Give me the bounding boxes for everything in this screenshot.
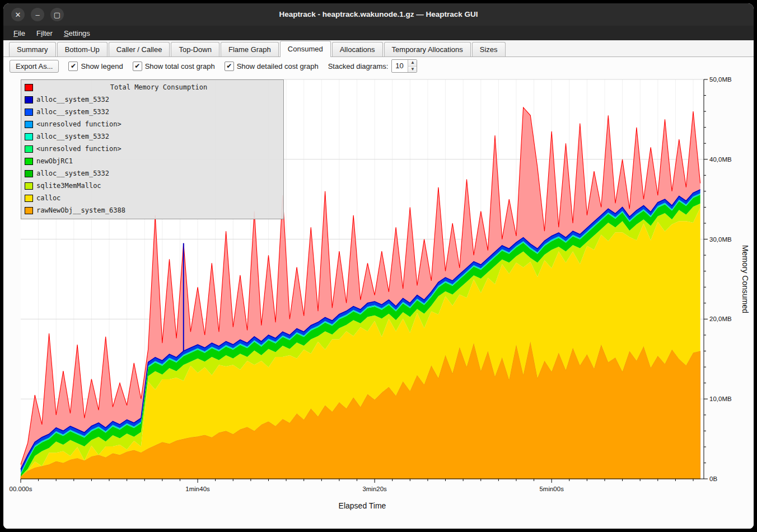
legend-label: calloc	[36, 194, 60, 202]
toolbar: Export As... ✔Show legend✔Show total cos…	[3, 57, 754, 75]
checkmark-icon: ✔	[225, 62, 234, 71]
legend-item: <unresolved function>	[24, 143, 281, 155]
chart-legend: Total Memory Consumptionalloc__system_53…	[21, 79, 284, 219]
tab-bar: SummaryBottom-UpCaller / CalleeTop-DownF…	[3, 40, 754, 57]
checkmark-icon: ✔	[133, 62, 142, 71]
y-tick-label: 0B	[709, 475, 717, 482]
checkbox-label: Show total cost graph	[145, 62, 215, 70]
chart-area: Total Memory Consumptionalloc__system_53…	[3, 75, 754, 529]
tab-top-down[interactable]: Top-Down	[171, 42, 219, 57]
x-tick-label: 1min40s	[185, 486, 209, 492]
checkbox-label: Show detailed cost graph	[237, 62, 319, 70]
legend-swatch-icon	[25, 195, 33, 202]
checkbox-show-total-cost-graph[interactable]: ✔Show total cost graph	[133, 62, 215, 71]
tab-temporary-allocations[interactable]: Temporary Allocations	[384, 42, 471, 57]
legend-swatch-icon	[25, 96, 33, 103]
content: SummaryBottom-UpCaller / CalleeTop-DownF…	[3, 40, 754, 529]
legend-item: rawNewObj__system_6388	[24, 204, 281, 216]
menu-file[interactable]: File	[8, 27, 31, 39]
legend-label: <unresolved function>	[36, 120, 122, 128]
legend-label: newObjRC1	[36, 157, 73, 165]
tab-allocations[interactable]: Allocations	[332, 42, 383, 57]
y-axis-title: Memory Consumed	[741, 245, 750, 313]
legend-item: sqlite3MemMalloc	[24, 180, 281, 192]
menubar: FileFilterSettings	[3, 26, 754, 40]
legend-swatch-icon	[25, 158, 33, 165]
x-axis-title: Elapsed Time	[339, 501, 386, 510]
tab-bottom-up[interactable]: Bottom-Up	[57, 42, 108, 57]
legend-swatch-icon	[25, 207, 33, 214]
spin-down-arrow[interactable]: ▼	[408, 67, 417, 73]
legend-swatch-icon	[25, 182, 33, 190]
checkmark-icon: ✔	[68, 62, 78, 71]
stacked-diagrams-label: Stacked diagrams:	[328, 62, 389, 70]
tab-summary[interactable]: Summary	[9, 42, 56, 57]
legend-swatch-icon	[25, 84, 33, 91]
x-tick-label: 00.000s	[10, 486, 32, 492]
menu-filter[interactable]: Filter	[31, 27, 58, 39]
spin-value: 10	[392, 60, 408, 72]
y-tick-label: 10,0MB	[709, 396, 732, 402]
legend-item: <unresolved function>	[24, 118, 281, 130]
legend-label: alloc__system_5332	[36, 96, 109, 103]
legend-swatch-icon	[25, 145, 33, 153]
legend-label: sqlite3MemMalloc	[36, 182, 101, 190]
legend-swatch-icon	[25, 121, 33, 128]
tab-sizes[interactable]: Sizes	[472, 42, 506, 57]
window-title: Heaptrack - heaptrack.wakunode.1.gz — He…	[3, 3, 754, 26]
legend-title-row: Total Memory Consumption	[24, 81, 281, 93]
checkbox-show-legend[interactable]: ✔Show legend	[68, 62, 123, 71]
legend-label: rawNewObj__system_6388	[36, 206, 125, 214]
app-window: ✕ – ▢ Heaptrack - heaptrack.wakunode.1.g…	[0, 0, 757, 532]
x-tick-label: 5min00s	[539, 486, 563, 492]
y-tick-label: 30,0MB	[709, 236, 732, 243]
legend-item: newObjRC1	[24, 155, 281, 167]
legend-item: alloc__system_5332	[24, 93, 281, 106]
legend-label: <unresolved function>	[36, 145, 122, 153]
titlebar[interactable]: ✕ – ▢ Heaptrack - heaptrack.wakunode.1.g…	[3, 3, 754, 26]
legend-label: alloc__system_5332	[36, 170, 109, 177]
legend-item: alloc__system_5332	[24, 130, 281, 143]
legend-swatch-icon	[25, 133, 33, 140]
legend-item: calloc	[24, 192, 281, 204]
menu-settings[interactable]: Settings	[58, 27, 96, 39]
legend-swatch-icon	[25, 109, 33, 116]
export-as-button[interactable]: Export As...	[10, 60, 59, 73]
y-tick-label: 20,0MB	[709, 316, 732, 322]
tab-flame-graph[interactable]: Flame Graph	[221, 42, 279, 57]
y-tick-label: 50,0MB	[709, 76, 732, 83]
legend-label: Total Memory Consumption	[36, 83, 281, 91]
window-body: ✕ – ▢ Heaptrack - heaptrack.wakunode.1.g…	[3, 3, 754, 529]
legend-label: alloc__system_5332	[36, 108, 109, 116]
spin-up-arrow[interactable]: ▲	[408, 60, 417, 67]
y-tick-label: 40,0MB	[709, 156, 732, 163]
x-tick-label: 3min20s	[362, 486, 386, 492]
legend-swatch-icon	[25, 170, 33, 177]
legend-item: alloc__system_5332	[24, 106, 281, 118]
tab-caller-callee[interactable]: Caller / Callee	[109, 42, 170, 57]
stacked-diagrams-spinbox[interactable]: 10 ▲ ▼	[391, 59, 417, 73]
legend-label: alloc__system_5332	[36, 133, 109, 140]
checkbox-show-detailed-cost-graph[interactable]: ✔Show detailed cost graph	[225, 62, 319, 71]
tab-consumed[interactable]: Consumed	[280, 41, 331, 57]
legend-item: alloc__system_5332	[24, 167, 281, 180]
checkbox-label: Show legend	[81, 62, 123, 70]
